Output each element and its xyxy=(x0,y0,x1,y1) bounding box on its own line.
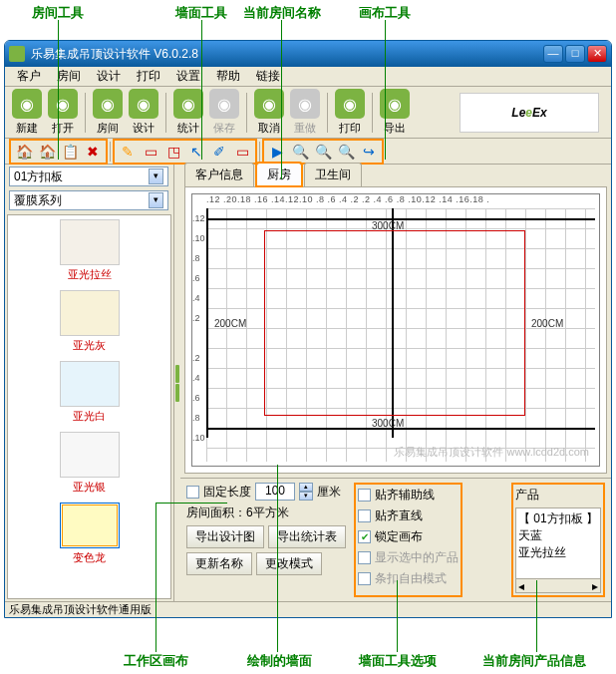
design-canvas[interactable]: .12 .20.18 .16 .14.12.10 .8 .6 .4 .2 .2 … xyxy=(191,193,600,467)
dim-bottom: 300CM xyxy=(372,418,404,429)
statusbar: 乐易集成吊顶设计软件通用版 xyxy=(5,601,611,617)
delete-wall-icon[interactable]: ▭ xyxy=(232,142,252,162)
toolbar-设计[interactable]: ◉设计 xyxy=(126,89,161,136)
combo-value: 覆膜系列 xyxy=(14,192,62,209)
snap-line-checkbox[interactable] xyxy=(358,509,371,522)
material-item[interactable]: 亚光白 xyxy=(8,357,170,428)
room-outline[interactable] xyxy=(264,230,525,416)
toolbar-重做: ◉重做 xyxy=(287,89,323,136)
ruler-vertical: .12 .10 .8 .6 .4 .2 .2 .4 .6 .8 .10 xyxy=(192,208,205,462)
minimize-button[interactable]: — xyxy=(543,45,563,63)
redo-arrow-icon[interactable]: ↪ xyxy=(359,142,379,162)
material-list[interactable]: 亚光拉丝亚光灰亚光白亚光银变色龙 xyxy=(7,214,171,599)
edit-wall-icon[interactable]: ✐ xyxy=(209,142,229,162)
material-item[interactable]: 变色龙 xyxy=(8,499,170,569)
bottom-panel: 固定长度 100 ▴▾ 厘米 房间面积：6平方米 导出设计图 导出统计表 更新名… xyxy=(180,478,611,601)
spin-down[interactable]: ▾ xyxy=(299,492,313,501)
export-design-button[interactable]: 导出设计图 xyxy=(186,525,264,548)
copy-icon[interactable]: 📋 xyxy=(60,142,80,162)
menu-客户[interactable]: 客户 xyxy=(9,66,49,87)
product-title: 产品 xyxy=(515,487,601,504)
scroll-right-icon[interactable]: ▸ xyxy=(592,579,598,592)
app-icon xyxy=(9,46,25,62)
material-item[interactable]: 亚光拉丝 xyxy=(8,215,170,286)
menu-帮助[interactable]: 帮助 xyxy=(208,66,248,87)
product-listbox[interactable]: 【 01方扣板 】 天蓝 亚光拉丝 ◂▸ xyxy=(515,507,601,593)
change-mode-button[interactable]: 更改模式 xyxy=(256,552,322,575)
logo: LeeEx xyxy=(460,93,599,133)
product-type-combo[interactable]: 01方扣板 ▾ xyxy=(9,167,168,186)
tab-bathroom[interactable]: 卫生间 xyxy=(304,163,362,186)
snap-guide-checkbox[interactable] xyxy=(358,489,371,502)
maximize-button[interactable]: □ xyxy=(565,45,585,63)
export-stats-button[interactable]: 导出统计表 xyxy=(268,525,346,548)
chevron-down-icon[interactable]: ▾ xyxy=(149,168,163,184)
material-item[interactable]: 亚光银 xyxy=(8,428,170,499)
rect-icon[interactable]: ▭ xyxy=(141,142,160,162)
home-yellow-icon[interactable]: 🏠 xyxy=(14,142,34,162)
close-button[interactable]: ✕ xyxy=(587,45,607,63)
chevron-down-icon[interactable]: ▾ xyxy=(149,192,163,208)
series-combo[interactable]: 覆膜系列 ▾ xyxy=(9,190,168,210)
zoom-in-icon[interactable]: 🔍 xyxy=(290,142,310,162)
toolbar-房间[interactable]: ◉房间 xyxy=(90,89,126,136)
combo-value: 01方扣板 xyxy=(14,168,63,185)
zoom-out-icon[interactable]: 🔍 xyxy=(313,142,333,162)
home-add-icon[interactable]: 🏠 xyxy=(37,142,57,162)
fixed-length-label: 固定长度 xyxy=(203,484,251,501)
window-title: 乐易集成吊顶设计软件 V6.0.2.8 xyxy=(31,46,543,63)
tab-kitchen[interactable]: 厨房 xyxy=(256,163,302,186)
dim-right: 200CM xyxy=(531,318,563,329)
menubar: 客户房间设计打印设置帮助链接 xyxy=(5,67,611,87)
wall-options-group: 贴齐辅助线 贴齐直线 ✔锁定画布 显示选中的产品 条扣自由模式 xyxy=(354,483,462,597)
fixed-length-input[interactable]: 100 xyxy=(255,483,295,501)
pencil-icon[interactable]: ✎ xyxy=(118,142,138,162)
room-area-label: 房间面积：6平方米 xyxy=(186,505,346,521)
spin-up[interactable]: ▴ xyxy=(299,483,313,492)
update-name-button[interactable]: 更新名称 xyxy=(186,552,252,575)
menu-房间[interactable]: 房间 xyxy=(49,66,89,87)
app-window: 乐易集成吊顶设计软件 V6.0.2.8 — □ ✕ 客户房间设计打印设置帮助链接… xyxy=(4,40,612,618)
dim-top: 300CM xyxy=(372,220,404,231)
ann-drawn-walls: 绘制的墙面 xyxy=(247,652,312,670)
wall-tool-group: ✎ ▭ ◳ ↖ ✐ ▭ xyxy=(113,139,257,165)
main-toolbar: ◉新建◉打开◉房间◉设计◉统计◉保存◉取消◉重做◉打印◉导出LeeEx xyxy=(5,87,611,139)
menu-打印[interactable]: 打印 xyxy=(129,66,168,87)
ann-room-tools: 房间工具 xyxy=(32,4,84,22)
ann-canvas-tools: 画布工具 xyxy=(359,4,411,22)
unit-label: 厘米 xyxy=(317,484,341,501)
material-item[interactable]: 亚光灰 xyxy=(8,286,170,357)
play-icon[interactable]: ▶ xyxy=(267,142,287,162)
toolbar-导出[interactable]: ◉导出 xyxy=(377,89,413,136)
toolbar-打开[interactable]: ◉打开 xyxy=(45,89,81,136)
menu-设计[interactable]: 设计 xyxy=(89,66,129,87)
strip-mode-checkbox xyxy=(358,572,371,585)
tab-customer-info[interactable]: 客户信息 xyxy=(184,163,254,186)
ann-wall-options: 墙面工具选项 xyxy=(359,652,437,670)
product-info-group: 产品 【 01方扣板 】 天蓝 亚光拉丝 ◂▸ xyxy=(511,483,605,597)
lock-canvas-checkbox[interactable]: ✔ xyxy=(358,530,371,543)
tabs: 客户信息 厨房 卫生间 xyxy=(180,165,611,186)
ann-product-info: 当前房间产品信息 xyxy=(482,652,586,670)
ann-current-room: 当前房间名称 xyxy=(243,4,321,22)
ann-work-canvas: 工作区画布 xyxy=(124,652,188,670)
show-product-checkbox xyxy=(358,551,371,564)
watermark: 乐易集成吊顶设计软件 www.lcdd2d.com xyxy=(394,445,589,460)
toolbar-新建[interactable]: ◉新建 xyxy=(9,89,45,136)
pointer-icon[interactable]: ↖ xyxy=(186,142,206,162)
main-area: 客户信息 厨房 卫生间 .12 .20.18 .16 .14.12.10 .8 … xyxy=(180,165,611,601)
dim-left: 200CM xyxy=(214,318,246,329)
ann-wall-tools: 墙面工具 xyxy=(175,4,227,22)
toolbar-保存: ◉保存 xyxy=(206,89,242,136)
menu-链接[interactable]: 链接 xyxy=(248,66,288,87)
delete-room-icon[interactable]: ✖ xyxy=(83,142,103,162)
fixed-length-checkbox[interactable] xyxy=(186,486,199,499)
small-toolbar: 🏠 🏠 📋 ✖ ✎ ▭ ◳ ↖ ✐ ▭ ▶ 🔍 🔍 🔍 ↪ xyxy=(5,139,611,165)
menu-设置[interactable]: 设置 xyxy=(168,66,208,87)
zoom-fit-icon[interactable]: 🔍 xyxy=(336,142,356,162)
toolbar-打印[interactable]: ◉打印 xyxy=(332,89,368,136)
canvas-container: .12 .20.18 .16 .14.12.10 .8 .6 .4 .2 .2 … xyxy=(184,186,607,474)
corner-icon[interactable]: ◳ xyxy=(163,142,183,162)
scroll-left-icon[interactable]: ◂ xyxy=(518,579,524,592)
titlebar: 乐易集成吊顶设计软件 V6.0.2.8 — □ ✕ xyxy=(5,41,611,67)
